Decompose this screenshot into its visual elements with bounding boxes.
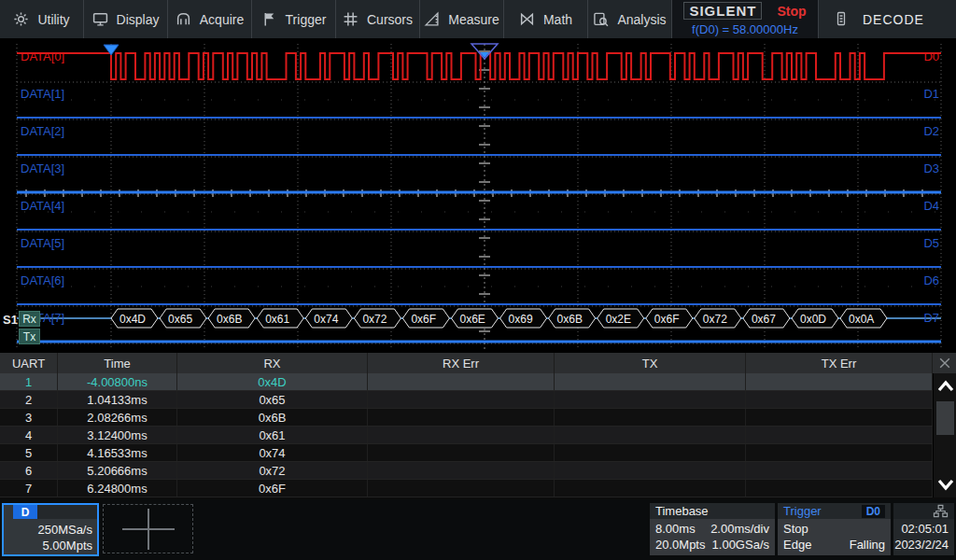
frequency-counter: f(D0) = 58.00000Hz bbox=[692, 22, 798, 36]
table-row[interactable]: 76.24800ms0x6F bbox=[0, 480, 933, 497]
channel-label-data0[interactable]: DATA[0] bbox=[21, 50, 64, 63]
cell-tx bbox=[555, 462, 746, 479]
cell-tx_err bbox=[746, 391, 933, 408]
trigger-type: Edge bbox=[783, 539, 811, 552]
channel-label-data3[interactable]: DATA[3] bbox=[21, 162, 64, 175]
add-channel-box[interactable] bbox=[103, 504, 193, 553]
acquire-icon bbox=[176, 11, 191, 27]
cell-rx_err bbox=[368, 391, 555, 408]
clock-date: 2023/2/24 bbox=[894, 539, 949, 552]
cell-time: 6.24800ms bbox=[58, 480, 177, 497]
trigger-status: Stop bbox=[783, 523, 808, 536]
table-scrollbar[interactable] bbox=[933, 373, 956, 497]
cell-tx bbox=[555, 373, 746, 390]
cell-time: 5.20666ms bbox=[58, 462, 177, 479]
scroll-up-button[interactable] bbox=[934, 373, 956, 399]
clock-panel: 02:05:01 2023/2/24 bbox=[893, 503, 954, 555]
d0-waveform-trace bbox=[17, 53, 941, 79]
decode-source-label: S1 bbox=[3, 313, 18, 327]
channel-indicator-d5: D5 bbox=[923, 237, 939, 250]
channel-indicator-d2: D2 bbox=[923, 125, 939, 138]
menu-item-math[interactable]: Math bbox=[504, 0, 588, 38]
document-icon bbox=[834, 11, 850, 27]
column-header-uart: UART bbox=[0, 353, 58, 373]
status-bar: D 250MSa/s 5.00Mpts Timebase 8.00ms 2.00… bbox=[0, 499, 956, 560]
math-icon bbox=[519, 11, 535, 27]
cell-rx: 0x65 bbox=[177, 391, 368, 408]
trigger-source: D0 bbox=[862, 505, 885, 518]
uart-decode-table: UARTTimeRXRX ErrTXTX Err 1-4.00800ns0x4D… bbox=[0, 353, 956, 499]
cell-idx: 2 bbox=[0, 391, 58, 408]
menu-item-utility[interactable]: Utility bbox=[0, 0, 84, 38]
column-header-time: Time bbox=[58, 353, 177, 373]
siglent-logo: SIGLENT bbox=[683, 2, 762, 20]
menu-item-display[interactable]: Display bbox=[84, 0, 168, 38]
timebase-panel[interactable]: Timebase 8.00ms 2.00ms/div 20.0Mpts 1.00… bbox=[650, 503, 775, 555]
channel-indicator-d6: D6 bbox=[923, 274, 939, 287]
menu-item-trigger[interactable]: Trigger bbox=[252, 0, 336, 38]
decode-frame-value: 0x2E bbox=[606, 313, 631, 326]
menu-item-label: Math bbox=[543, 12, 572, 27]
digital-mem-depth: 5.00Mpts bbox=[43, 539, 92, 553]
menu-item-measure[interactable]: Measure bbox=[420, 0, 504, 38]
decode-frame-value: 0x69 bbox=[509, 313, 533, 326]
cell-rx: 0x72 bbox=[177, 462, 368, 479]
scroll-down-button[interactable] bbox=[934, 471, 956, 497]
column-header-tx-err: TX Err bbox=[746, 353, 933, 373]
table-close-button[interactable] bbox=[933, 353, 956, 373]
measure-icon bbox=[424, 11, 440, 27]
tx-badge: Tx bbox=[19, 329, 40, 344]
decode-frame-value: 0x72 bbox=[703, 313, 727, 326]
table-row[interactable]: 21.04133ms0x65 bbox=[0, 391, 933, 409]
cell-tx bbox=[555, 391, 746, 408]
waveform-display[interactable]: 0x4D0x650x6B0x610x740x720x6F0x6E0x690x6B… bbox=[0, 40, 956, 353]
channel-label-data5[interactable]: DATA[5] bbox=[21, 237, 64, 250]
cell-tx_err bbox=[746, 480, 933, 497]
cell-rx: 0x6F bbox=[177, 480, 368, 497]
cell-idx: 7 bbox=[0, 480, 58, 497]
cell-idx: 6 bbox=[0, 462, 58, 479]
decode-frame-value: 0x6B bbox=[217, 313, 242, 326]
tab-decode[interactable]: DECODE bbox=[819, 0, 956, 38]
column-header-tx: TX bbox=[555, 353, 746, 373]
trigger-slope: Falling bbox=[850, 539, 885, 552]
timebase-scale: 2.00ms/div bbox=[710, 523, 769, 536]
table-row[interactable]: 43.12400ms0x61 bbox=[0, 427, 933, 444]
table-body: 1-4.00800ns0x4D21.04133ms0x6532.08266ms0… bbox=[0, 373, 933, 497]
chevron-up-icon bbox=[936, 379, 955, 394]
cell-tx bbox=[555, 444, 746, 461]
table-row[interactable]: 1-4.00800ns0x4D bbox=[0, 373, 933, 391]
decode-frame-value: 0x65 bbox=[168, 313, 192, 326]
trigger-panel[interactable]: Trigger D0 Stop Edge Falling bbox=[778, 503, 891, 555]
close-icon bbox=[938, 357, 951, 370]
brand-block: SIGLENT Stop f(D0) = 58.00000Hz bbox=[672, 0, 819, 38]
channel-label-data6[interactable]: DATA[6] bbox=[21, 274, 64, 287]
menu-item-acquire[interactable]: Acquire bbox=[168, 0, 252, 38]
channel-label-data1[interactable]: DATA[1] bbox=[21, 88, 64, 101]
menu-item-cursors[interactable]: Cursors bbox=[336, 0, 420, 38]
channel-label-data4[interactable]: DATA[4] bbox=[21, 200, 64, 213]
channel-label-data2[interactable]: DATA[2] bbox=[21, 125, 64, 138]
digital-channels-box[interactable]: D 250MSa/s 5.00Mpts bbox=[2, 503, 99, 556]
digital-tab-strip bbox=[37, 505, 97, 519]
cell-rx_err bbox=[368, 409, 555, 426]
scrollbar-thumb[interactable] bbox=[936, 401, 954, 435]
analysis-icon bbox=[593, 11, 609, 27]
cell-time: -4.00800ns bbox=[58, 373, 177, 390]
digital-tab[interactable]: D bbox=[13, 505, 37, 519]
cell-rx_err bbox=[368, 480, 555, 497]
menu-item-label: Display bbox=[117, 12, 160, 27]
menu-item-analysis[interactable]: Analysis bbox=[588, 0, 672, 38]
cell-time: 1.04133ms bbox=[58, 391, 177, 408]
decode-frame-value: 0x61 bbox=[265, 313, 289, 326]
decode-frame-value: 0x6F bbox=[411, 313, 436, 326]
menu-item-label: Trigger bbox=[286, 12, 327, 27]
table-row[interactable]: 65.20666ms0x72 bbox=[0, 462, 933, 480]
menu-item-label: Measure bbox=[448, 12, 499, 27]
cell-rx_err bbox=[368, 462, 555, 479]
channel-indicator-d0: D0 bbox=[923, 50, 939, 63]
cell-rx_err bbox=[368, 373, 555, 390]
table-row[interactable]: 54.16533ms0x74 bbox=[0, 444, 933, 462]
timebase-delay: 8.00ms bbox=[655, 523, 696, 536]
table-row[interactable]: 32.08266ms0x6B bbox=[0, 409, 933, 427]
